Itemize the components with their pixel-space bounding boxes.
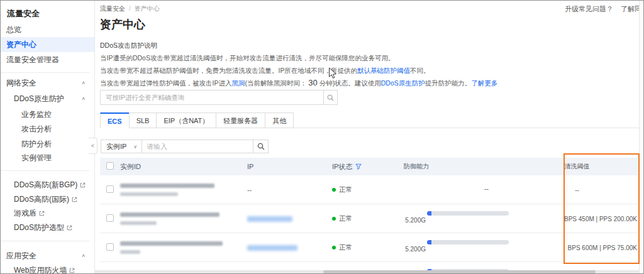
threshold-value: BPS 450M | PPS 200.00K [515,216,639,222]
redacted-ip-link[interactable] [247,216,292,222]
status-dot [332,217,336,221]
chevron-up-icon: ∧ [81,94,86,104]
filter-type-select[interactable]: 实例IP ∨ [101,140,142,153]
sidebar: 流量安全 总览 资产中心 流量安全管理器 网络安全∧ DDoS原生防护∧ 业务监… [1,1,95,273]
search-icon [257,143,265,150]
sidebar-divider [1,241,89,241]
threshold-value: -- [515,187,639,194]
row-checkbox[interactable] [106,243,114,251]
horizontal-scrollbar[interactable] [95,270,639,273]
sidebar-item-ddos-selection[interactable]: DDoS防护选型 [1,221,94,234]
status-label: 正常 [339,243,352,252]
redacted-instance-id [116,241,245,254]
notice-line-2: 当攻击带宽不超过基础防护阈值时，免费为您清洗攻击流量。IP所在地域不同，所提供的… [100,64,497,77]
filter-bar: 实例IP ∨ [101,140,269,153]
asset-tabs: ECS SLB EIP（含NAT） 轻量服务器 其他 [100,112,643,128]
header-threshold: 清洗阈值 [515,162,639,171]
learn-more-link[interactable]: 了解更多 [471,79,497,87]
sidebar-item-ddos-pro-intl[interactable]: DDoS高防(国际) [1,193,94,206]
table-row: -- 正常 -- -- [100,175,639,204]
defense-capacity-label: 5.200G [405,217,426,224]
tab-eip[interactable]: EIP（含NAT） [156,112,216,128]
defense-capacity-bar: 5.200G [427,204,509,233]
breadcrumb-current: 资产中心 [135,5,160,12]
asset-search-input[interactable] [100,90,324,105]
sidebar-item-asset-center[interactable]: 资产中心 [1,37,94,52]
table-header-row: 实例ID IP IP状态 防御能力 清洗阈值 [100,158,639,175]
tab-ecs[interactable]: ECS [100,112,130,128]
header-instance-id: 实例ID [116,162,245,172]
redacted-instance-id [116,212,245,225]
header-ip-status: IP状态 [332,162,352,172]
sidebar-item-waf[interactable]: Web应用防火墙 [1,264,94,274]
sidebar-item-traffic-manager[interactable]: 流量安全管理器 [1,53,94,66]
external-link-icon [67,225,72,231]
sidebar-item-overview[interactable]: 总览 [1,23,94,36]
defense-capacity-bar: 5.200G [427,233,509,262]
breadcrumb-root[interactable]: 流量安全 [100,5,125,12]
status-label: 正常 [339,214,352,223]
sidebar-item-business-monitor[interactable]: 业务监控 [1,108,94,121]
topbar-links: 升级常见问题？了解同 [565,4,641,14]
external-link-icon [69,268,75,273]
table-row: 正常 5.200G BPS 450M | PPS 200.00K [100,204,639,233]
ddos-native-link[interactable]: DDoS原生防护 [381,79,425,87]
default-threshold-link[interactable]: 默认基础防护阈值 [357,67,410,74]
sidebar-item-game-shield[interactable]: 游戏盾 [1,207,94,219]
ddos-notice: DDoS攻击防护说明 当IP遭受的DDoS攻击带宽超过清洗阈值时，开始对攻击流量… [100,39,497,89]
notice-line-1: 当IP遭受的DDoS攻击带宽超过清洗阈值时，开始对攻击流量进行清洗，并尽可能保障… [100,52,497,64]
row-checkbox[interactable] [106,185,114,193]
sidebar-item-network-security[interactable]: 网络安全∧ [1,77,94,89]
chevron-down-icon: ∨ [133,144,137,150]
table-row: 正常 5.200G BPS 600M | PPS 75.00K [100,233,639,262]
status-dot [332,246,336,249]
tab-other[interactable]: 其他 [265,112,294,128]
asset-search-button[interactable] [323,90,338,105]
status-label: 正常 [339,185,352,194]
search-icon [327,94,334,101]
sidebar-item-app-security[interactable]: 应用安全∧ [1,249,94,262]
ip-value: -- [245,186,330,194]
tab-lightweight[interactable]: 轻量服务器 [216,112,265,128]
scrollbar-thumb[interactable] [323,270,596,273]
breadcrumb: 流量安全/资产中心 [100,4,160,13]
tab-slb[interactable]: SLB [129,112,157,128]
global-search [100,90,338,105]
sidebar-title: 流量安全 [7,8,40,19]
status-dot [332,188,336,192]
main-content: 升级常见问题？了解同 流量安全/资产中心 资产中心 DDoS攻击防护说明 当IP… [95,1,643,273]
header-ip: IP [245,163,330,170]
sidebar-divider [1,72,89,73]
sidebar-item-ddos-pro-bgp[interactable]: DDoS高防(新BGP) [1,178,94,191]
defense-capacity-label: 5.200G [405,246,426,253]
row-checkbox[interactable] [106,214,114,222]
asset-table: 实例ID IP IP状态 防御能力 清洗阈值 -- 正常 -- -- 正常 [100,158,639,274]
notice-title: DDoS攻击防护说明 [100,39,497,52]
notice-line-3: 当攻击带宽超过弹性防护阈值，被攻击IP进入黑洞(当前解除黑洞时间： 30 分钟)… [100,77,497,89]
blackhole-minutes: 30 [308,78,317,87]
redacted-instance-id [116,184,245,196]
sidebar-item-attack-analysis[interactable]: 攻击分析 [1,123,94,135]
sidebar-item-instance-management[interactable]: 实例管理 [1,151,94,164]
chevron-up-icon: ∧ [81,251,86,261]
filter-funnel-icon[interactable] [355,163,362,170]
sidebar-collapse-handle[interactable]: < [89,138,97,154]
filter-search-button[interactable] [253,140,269,153]
console-window: 流量安全 总览 资产中心 流量安全管理器 网络安全∧ DDoS原生防护∧ 业务监… [0,0,644,274]
vertical-scrollbar[interactable] [639,1,643,273]
sidebar-item-protection-analysis[interactable]: 防护分析 [1,138,94,150]
upgrade-faq-link[interactable]: 升级常见问题？ [565,5,613,13]
chevron-up-icon: ∧ [81,78,86,88]
select-all-checkbox[interactable] [106,162,114,170]
sidebar-divider [1,170,89,171]
sidebar-item-ddos-native[interactable]: DDoS原生防护∧ [1,92,94,105]
filter-input[interactable] [142,140,253,153]
threshold-value: BPS 600M | PPS 75.00K [515,244,639,251]
defense-value: -- [484,185,489,192]
page-title: 资产中心 [100,17,145,32]
external-link-icon [72,197,77,202]
blackhole-link[interactable]: 黑洞 [231,79,245,87]
external-link-icon [39,211,45,216]
header-defense: 防御能力 [399,162,515,171]
redacted-ip-link[interactable] [247,245,297,251]
